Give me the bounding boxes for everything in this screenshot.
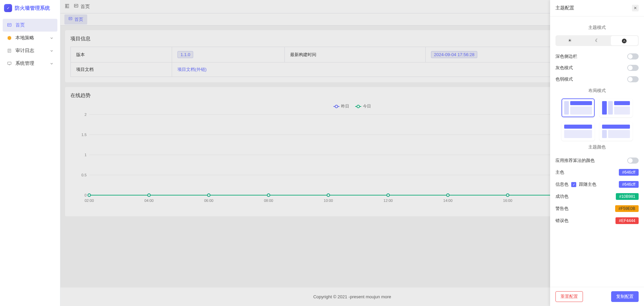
sidebar-item-label: 本地策略 [15,35,34,41]
chevron-down-icon [50,61,53,66]
sidebar-item-label: 审计日志 [15,48,34,54]
app-title: 防火墙管理系统 [15,5,50,11]
toggle-gray-mode: 灰色模式 [555,62,639,74]
color-swatch[interactable]: #EF4444 [615,217,639,224]
sidebar-item-home[interactable]: 首页 [3,19,57,32]
drawer-footer: 重置配置 复制配置 [550,287,644,306]
sidebar-item-label: 系统管理 [15,60,34,67]
color-label: 信息色 [555,181,569,187]
section-title: 主题模式 [555,25,639,31]
color-label: 错误色 [555,218,569,224]
toggle-weak-mode: 色弱模式 [555,74,639,85]
moon-icon: ☾ [595,38,599,43]
drawer-header: 主题配置 ✕ [550,0,644,16]
svg-rect-0 [8,24,11,27]
color-info: 信息色 ✓ 跟随主色 #646cff [555,178,639,190]
layout-top[interactable] [561,122,595,141]
switch[interactable] [627,76,639,82]
toggle-label: 应用推荐算法的颜色 [555,158,595,164]
color-primary: 主色 #646cff [555,166,639,178]
color-warning: 警告色 #F59E0B [555,203,639,215]
drawer-body: 主题模式 ☀ ☾ A 深色侧边栏 灰色模式 色弱模式 布局模式 [550,16,644,287]
color-swatch[interactable]: #F59E0B [615,205,639,212]
follow-label: 跟随主色 [579,181,596,187]
close-icon[interactable]: ✕ [632,5,639,11]
toggle-label: 灰色模式 [555,65,573,71]
mode-light[interactable]: ☀ [556,36,583,45]
sidebar-item-system[interactable]: 系统管理 [3,57,57,70]
menu: 首页 本地策略 审计日志 [0,16,60,73]
mode-dark[interactable]: ☾ [583,36,610,45]
layout-classic[interactable] [561,98,595,117]
monitor-icon [7,61,12,66]
mode-auto[interactable]: A [611,36,638,45]
switch[interactable] [627,53,639,59]
toggle-recommend: 应用推荐算法的颜色 [555,155,639,166]
doc-icon [7,48,12,53]
cube-icon [7,35,12,41]
theme-mode-tabs: ☀ ☾ A [555,35,639,46]
color-swatch[interactable]: #10B981 [616,193,639,200]
layout-mix[interactable] [599,122,633,141]
svg-rect-2 [8,62,11,64]
color-swatch[interactable]: #646cff [619,181,639,188]
theme-drawer: 主题配置 ✕ 主题模式 ☀ ☾ A 深色侧边栏 灰色模式 色弱模式 布局模式 [550,0,644,306]
drawer-title: 主题配置 [555,5,574,11]
color-success: 成功色 #10B981 [555,190,639,203]
sun-icon: ☀ [568,38,572,43]
copy-button[interactable]: 复制配置 [611,291,639,302]
logo: 防火墙管理系统 [0,0,60,16]
sidebar-item-label: 首页 [15,22,25,28]
switch[interactable] [627,65,639,71]
checkbox-follow[interactable]: ✓ [571,182,576,187]
dashboard-icon [7,23,12,28]
color-error: 错误色 #EF4444 [555,215,639,227]
color-label: 成功色 [555,193,569,200]
sidebar-item-policy[interactable]: 本地策略 [3,32,57,44]
toggle-dark-sidebar: 深色侧边栏 [555,51,639,62]
reset-button[interactable]: 重置配置 [555,291,583,302]
section-title: 布局模式 [555,88,639,94]
color-label: 警告色 [555,206,569,212]
chevron-down-icon [50,48,53,53]
color-swatch[interactable]: #646cff [619,169,639,176]
toggle-label: 深色侧边栏 [555,53,577,59]
toggle-label: 色弱模式 [555,76,573,82]
sidebar-item-audit[interactable]: 审计日志 [3,44,57,57]
chevron-down-icon [50,35,53,41]
auto-icon: A [622,39,627,43]
layout-column[interactable] [599,98,633,117]
shield-icon [4,4,12,12]
layout-grid [561,98,633,141]
switch[interactable] [627,158,639,164]
section-title: 主题颜色 [555,144,639,150]
sidebar: 防火墙管理系统 首页 本地策略 [0,0,60,306]
color-label: 主色 [555,169,564,175]
